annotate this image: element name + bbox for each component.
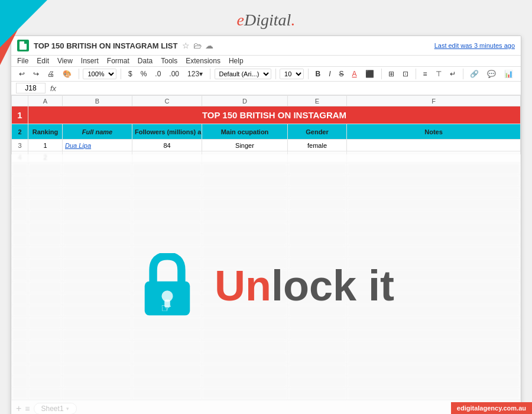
document-title: TOP 150 BRITISH ON INSTAGRAM LIST	[34, 41, 177, 50]
wrap-button[interactable]: ↵	[447, 69, 459, 79]
undo-button[interactable]: ↩	[16, 69, 28, 79]
menu-view[interactable]: View	[57, 57, 73, 65]
sheet-list-button[interactable]: ≡	[25, 404, 30, 413]
logo: eDigital.	[0, 11, 532, 30]
bold-button[interactable]: B	[313, 69, 324, 79]
text-color-button[interactable]: A	[349, 69, 360, 79]
col-header-e[interactable]: E	[288, 96, 347, 106]
borders-button[interactable]: ⊞	[385, 69, 397, 79]
row-num-1: 1	[12, 106, 28, 124]
tab-bar: + ≡ Sheet1 ▾	[11, 400, 521, 414]
col-header-d[interactable]: D	[202, 96, 288, 106]
data-row-1: 3 1 Dua Lipa 84 Singer female	[12, 140, 521, 151]
cell-reference[interactable]	[16, 83, 46, 93]
add-sheet-button[interactable]: +	[16, 403, 21, 414]
logo-main: Digital	[244, 11, 291, 29]
print-button[interactable]: 🖨	[44, 69, 57, 79]
sheet-tab[interactable]: Sheet1 ▾	[34, 403, 77, 414]
data-row-8: 10 8	[12, 222, 521, 234]
data-row-20: 22 20	[12, 364, 521, 376]
header-gender: Gender	[288, 124, 347, 140]
header-fullname: Full name	[63, 124, 132, 140]
data-row-11: 13 11	[12, 258, 521, 270]
menu-help[interactable]: Help	[229, 57, 244, 65]
font-size-select[interactable]: 10	[280, 69, 304, 79]
data-row-16: 18 16	[12, 317, 521, 329]
folder-icon[interactable]: 🗁	[193, 41, 202, 50]
data-row-5: 7 5	[12, 187, 521, 199]
chart-button[interactable]: 📊	[501, 69, 516, 79]
logo-e: e	[237, 11, 244, 29]
data-row-18: 20 18	[12, 341, 521, 352]
header: eDigital.	[0, 0, 532, 35]
paint-format-button[interactable]: 🎨	[60, 69, 74, 79]
data-row-6: 8 6	[12, 199, 521, 211]
strikethrough-button[interactable]: S	[336, 69, 347, 79]
data-row-22: 24 22	[12, 388, 521, 400]
highlight-button[interactable]: ⬛	[362, 69, 377, 79]
spreadsheet: TOP 150 BRITISH ON INSTAGRAM LIST ☆ 🗁 ☁ …	[11, 35, 521, 414]
menu-insert[interactable]: Insert	[81, 57, 99, 65]
font-select[interactable]: Default (Ari...)	[215, 69, 271, 79]
menu-data[interactable]: Data	[138, 57, 153, 65]
cell-notes-1[interactable]	[347, 140, 521, 151]
tab-arrow-icon: ▾	[66, 406, 69, 412]
cell-occupation-1[interactable]: Singer	[202, 140, 288, 151]
menu-edit[interactable]: Edit	[37, 57, 49, 65]
formula-input[interactable]	[61, 84, 516, 92]
col-header-c[interactable]: C	[132, 96, 202, 106]
zoom-select[interactable]: 100%	[83, 69, 116, 79]
title-bar: TOP 150 BRITISH ON INSTAGRAM LIST ☆ 🗁 ☁ …	[11, 36, 521, 56]
cell-name-1[interactable]: Dua Lipa	[63, 140, 132, 151]
data-row-17: 19 17	[12, 329, 521, 341]
data-row-2: 4 2	[12, 151, 521, 163]
header-notes: Notes	[347, 124, 521, 140]
merge-button[interactable]: ⊡	[400, 69, 411, 79]
col-header-b[interactable]: B	[63, 96, 132, 106]
col-header-a[interactable]: A	[28, 96, 63, 106]
menu-extensions[interactable]: Extensions	[186, 57, 220, 65]
col-header-empty	[12, 96, 28, 106]
link-button[interactable]: 🔗	[467, 69, 482, 79]
sheet-tab-label: Sheet1	[41, 405, 64, 413]
data-row-14: 16 14	[12, 293, 521, 305]
decimal-increase[interactable]: .00	[166, 69, 182, 79]
decimal-decrease[interactable]: .0	[152, 69, 164, 79]
data-row-4: 6 4	[12, 175, 521, 187]
menu-bar: File Edit View Insert Format Data Tools …	[11, 56, 521, 67]
triangle-cyan-decoration	[0, 0, 47, 47]
header-followers: Followers (millions) as of Jan	[132, 124, 202, 140]
cell-rank-1[interactable]: 1	[28, 140, 63, 151]
currency-button[interactable]: $	[125, 69, 135, 79]
cell-gender-1[interactable]: female	[288, 140, 347, 151]
percent-button[interactable]: %	[138, 69, 150, 79]
data-row-15: 17 15	[12, 305, 521, 317]
header-occupation: Main ocupation	[202, 124, 288, 140]
title-icons: ☆ 🗁 ☁	[182, 41, 213, 50]
spreadsheet-header-row: 2 Ranking Full name Followers (millions)…	[12, 124, 521, 140]
last-edit[interactable]: Last edit was 3 minutes ago	[434, 42, 515, 49]
cell-followers-1[interactable]: 84	[132, 140, 202, 151]
comment-button[interactable]: 💬	[484, 69, 499, 79]
grid: A B C D E F 1 TOP 150 BRITISH ON INSTAGR…	[11, 95, 521, 414]
align-button[interactable]: ≡	[420, 69, 430, 79]
data-row-12: 14 12	[12, 270, 521, 282]
menu-tools[interactable]: Tools	[161, 57, 177, 65]
cloud-icon[interactable]: ☁	[205, 41, 213, 50]
star-icon[interactable]: ☆	[182, 41, 190, 50]
formula-icon: fx	[50, 84, 56, 93]
data-row-10: 12 10	[12, 246, 521, 258]
data-row-19: 21 19	[12, 352, 521, 364]
valign-button[interactable]: ⊤	[433, 69, 445, 79]
menu-format[interactable]: Format	[107, 57, 129, 65]
italic-button[interactable]: I	[326, 69, 333, 79]
col-header-f[interactable]: F	[347, 96, 521, 106]
formula-bar: fx	[11, 82, 521, 95]
row-num-2: 2	[12, 124, 28, 140]
data-row-3: 5 3	[12, 163, 521, 175]
more-formats[interactable]: 123▾	[184, 69, 206, 79]
redo-button[interactable]: ↪	[30, 69, 42, 79]
data-row-13: 15 13	[12, 282, 521, 293]
data-row-21: 23 21	[12, 376, 521, 388]
logo-dot: .	[291, 11, 295, 29]
